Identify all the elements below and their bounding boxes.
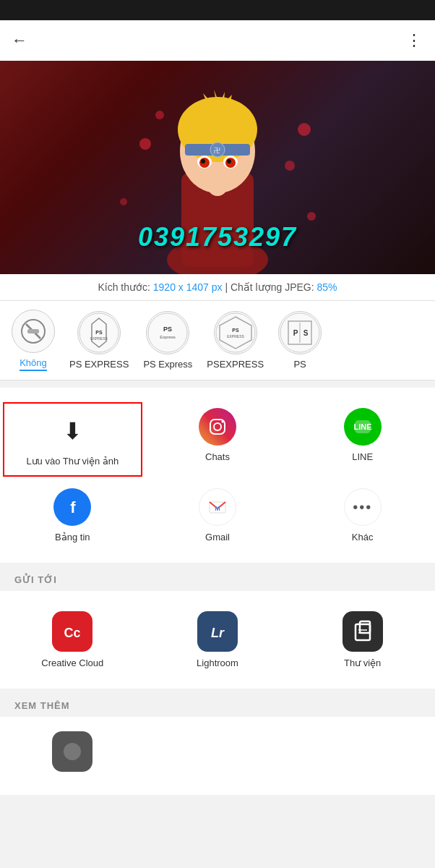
status-bar	[0, 0, 435, 20]
psexpress-svg: PS EXPRESS	[215, 312, 256, 353]
download-arrow-icon: ⬇	[63, 417, 82, 445]
watermark-ps2-label: PS Express	[143, 359, 192, 370]
fb-svg: f	[62, 497, 82, 517]
creative-cloud-icon: Cc	[52, 611, 92, 652]
gui-toi-grid: Cc Creative Cloud Lr Lightroom	[0, 591, 435, 689]
facebook-label: Bảng tin	[55, 532, 90, 542]
no-watermark-icon	[12, 310, 55, 353]
library-button[interactable]: Thư viện	[290, 603, 435, 677]
svg-point-29	[307, 212, 316, 221]
svg-point-50	[221, 421, 223, 423]
lr-svg: Lr	[204, 618, 231, 644]
svg-rect-23	[210, 171, 225, 177]
svg-text:Express: Express	[160, 335, 176, 339]
gmail-button[interactable]: M Gmail	[145, 480, 290, 551]
watermark-none[interactable]: Không	[12, 310, 55, 371]
watermark-ps2[interactable]: PS Express PS Express	[143, 311, 192, 370]
image-info: Kích thước: 1920 x 1407 px | Chất lượng …	[0, 274, 435, 301]
svg-point-24	[139, 138, 151, 150]
facebook-button[interactable]: f Bảng tin	[0, 480, 145, 551]
svg-text:Lr: Lr	[211, 626, 225, 640]
xem-them-header: XEM THÊM	[0, 689, 435, 717]
svg-text:P: P	[293, 329, 298, 337]
share-grid: ⬇ Lưu vào Thư viện ảnh Chats LINE	[0, 388, 435, 563]
image-quality: 85%	[317, 281, 337, 293]
phone-number: 0391753297	[138, 222, 297, 252]
gmail-svg: M	[207, 497, 228, 517]
creative-cloud-label: Creative Cloud	[41, 658, 103, 668]
lib-svg	[350, 618, 376, 644]
watermark-ps1[interactable]: PS EXPRESS PS EXPRESS	[69, 311, 129, 370]
line-button[interactable]: LINE LINE	[290, 399, 435, 480]
line-label: LINE	[352, 451, 373, 462]
back-button[interactable]: ←	[12, 31, 27, 50]
svg-point-26	[298, 123, 311, 136]
kích-thước-label: Kích thước:	[98, 281, 150, 293]
ps1-svg: PS EXPRESS	[79, 312, 119, 353]
xem-them-grid	[0, 717, 435, 795]
ps2-icon: PS Express	[146, 311, 189, 354]
svg-text:PS: PS	[232, 328, 239, 333]
gmail-label: Gmail	[205, 532, 230, 542]
svg-point-27	[285, 161, 295, 171]
svg-rect-32	[27, 329, 39, 333]
svg-point-49	[214, 423, 221, 430]
three-dots-icon: •••	[353, 499, 372, 516]
save-label: Lưu vào Thư viện ảnh	[26, 456, 119, 467]
chats-button[interactable]: Chats	[145, 399, 290, 480]
watermark-psexpress-label: PSEXPRESS	[207, 359, 264, 370]
image-preview: 卍 0391753297	[0, 61, 435, 274]
svg-point-40	[216, 313, 255, 352]
more-icon: •••	[344, 488, 382, 526]
cc-svg: Cc	[59, 618, 85, 644]
watermark-none-label: Không	[20, 357, 47, 371]
gui-toi-section: Cc Creative Cloud Lr Lightroom	[0, 591, 435, 689]
ps1-icon: PS EXPRESS	[77, 311, 121, 354]
svg-text:卍: 卍	[214, 147, 220, 154]
share-section: ⬇ Lưu vào Thư viện ảnh Chats LINE	[0, 388, 435, 563]
image-dimensions: 1920 x 1407 px	[153, 281, 223, 293]
svg-text:PS: PS	[96, 330, 103, 335]
download-icon: ⬇	[53, 412, 91, 450]
library-icon	[343, 611, 383, 652]
gmail-icon: M	[199, 488, 236, 526]
svg-rect-59	[360, 621, 370, 633]
top-navigation: ← ⋮	[0, 20, 435, 61]
more-app-icon-1	[52, 731, 92, 772]
lightroom-icon: Lr	[197, 611, 238, 652]
svg-text:M: M	[215, 505, 220, 512]
ps3-icon: P S	[278, 311, 322, 354]
svg-point-37	[148, 313, 187, 352]
save-to-library[interactable]: ⬇ Lưu vào Thư viện ảnh	[3, 402, 142, 477]
no-wm-svg	[20, 318, 46, 344]
watermark-psexpress[interactable]: PS EXPRESS PSEXPRESS	[207, 311, 264, 370]
more-button[interactable]: ••• Khác	[290, 480, 435, 551]
lightroom-label: Lightroom	[197, 658, 238, 668]
svg-point-62	[64, 743, 81, 760]
more-options-button[interactable]: ⋮	[406, 31, 423, 50]
svg-text:S: S	[303, 329, 309, 337]
watermark-ps3[interactable]: P S PS	[278, 311, 322, 370]
separator: | Chất lượng JPEG:	[225, 281, 314, 293]
lightroom-button[interactable]: Lr Lightroom	[145, 603, 290, 677]
watermark-ps3-label: PS	[293, 359, 306, 370]
gui-toi-header: GỬI TỚI	[0, 563, 435, 591]
svg-text:EXPRESS: EXPRESS	[90, 336, 108, 341]
more-app-svg-1	[59, 739, 85, 765]
ps2-svg: PS Express	[147, 312, 188, 353]
watermark-ps1-label: PS EXPRESS	[69, 359, 129, 370]
library-label: Thư viện	[344, 658, 381, 668]
svg-point-25	[155, 111, 164, 119]
svg-point-28	[120, 198, 127, 205]
creative-cloud-button[interactable]: Cc Creative Cloud	[0, 603, 145, 677]
instagram-icon	[199, 408, 236, 446]
ps3-svg: P S	[280, 312, 320, 353]
svg-text:Cc: Cc	[64, 626, 81, 640]
ig-svg	[207, 417, 228, 437]
svg-text:LINE: LINE	[353, 422, 371, 431]
more-app-1[interactable]	[0, 723, 145, 780]
svg-text:PS: PS	[163, 326, 172, 333]
svg-point-19	[201, 159, 205, 163]
more-label: Khác	[352, 532, 374, 542]
facebook-icon: f	[53, 488, 91, 526]
